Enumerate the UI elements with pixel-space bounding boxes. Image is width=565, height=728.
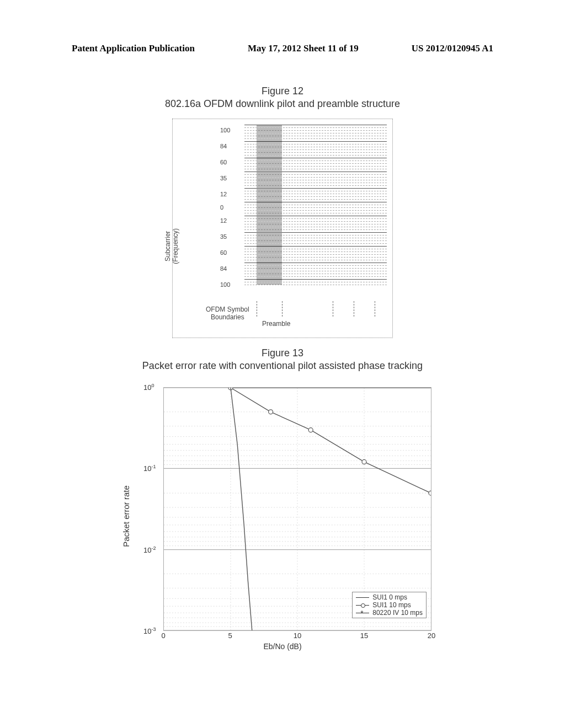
x-tick: 0 [161,631,165,640]
subcarrier-tick: 60 [220,159,227,165]
symbol-boundaries-label: OFDM SymbolBoundaries [206,306,249,321]
figure-13-legend: SUI1 0 mps SUI1 10 mps 80220 IV 10 mps [352,592,427,618]
figure-13-subtitle: Packet error rate with conventional pilo… [0,360,565,372]
x-tick: 15 [360,631,368,640]
legend-item: SUI1 0 mps [356,593,423,601]
y-tick: 10-3 [143,627,156,635]
figure-12-chart: Subcarrier(Frequency) 100 84 60 35 12 0 … [172,119,393,338]
subcarrier-line [244,285,387,287]
page-header: Patent Application Publication May 17, 2… [72,43,493,54]
legend-item: 80220 IV 10 mps [356,609,423,617]
svg-point-35 [429,491,431,495]
figure-13-plot-area: SUI1 0 mps SUI1 10 mps 80220 IV 10 mps [163,387,431,631]
legend-star-icon [356,611,369,615]
svg-point-34 [362,459,366,464]
legend-item: SUI1 10 mps [356,601,423,609]
figure-13-x-axis-label: Eb/No (dB) [128,642,437,651]
subcarrier-tick: 0 [220,204,223,211]
figure-12-subtitle: 802.16a OFDM downlink pilot and preamble… [0,98,565,110]
preamble-label: Preamble [262,320,290,328]
symbol-boundary-tick [375,301,375,317]
svg-point-32 [269,410,273,414]
figure-13-y-axis-label: Packet error rate [121,485,131,547]
figure-13-heading: Figure 13 Packet error rate with convent… [0,347,565,372]
symbol-boundary-tick [257,301,257,317]
figure-12-title: Figure 12 [0,85,565,97]
figure-12-heading: Figure 12 802.16a OFDM downlink pilot an… [0,85,565,110]
header-center: May 17, 2012 Sheet 11 of 19 [248,43,359,54]
figure-13-chart: Packet error rate [128,382,437,651]
legend-line-icon [356,595,369,600]
header-right: US 2012/0120945 A1 [412,43,493,54]
subcarrier-tick: 35 [220,233,227,240]
symbol-boundary-tick [333,301,333,317]
subcarrier-tick: 12 [220,217,227,224]
x-tick: 10 [294,631,301,640]
subcarrier-tick: 60 [220,249,227,256]
y-tick: 10-2 [143,545,156,554]
y-tick: 10-1 [143,464,156,473]
subcarrier-tick: 35 [220,175,227,181]
legend-circle-icon [356,603,369,608]
symbol-boundary-tick [354,301,354,317]
subcarrier-tick: 100 [220,281,230,288]
figure-12-plot-area [244,125,387,304]
subcarrier-tick: 84 [220,265,227,272]
figure-12-y-axis-label: Subcarrier(Frequency) [164,228,179,264]
subcarrier-tick: 100 [220,127,230,133]
series-sui1-10mps [231,388,431,493]
svg-point-33 [308,428,313,432]
subcarrier-tick: 84 [220,143,227,149]
header-left: Patent Application Publication [72,43,195,54]
symbol-boundary-tick [282,301,282,317]
y-tick: 100 [143,383,154,392]
x-tick: 20 [428,631,435,640]
figure-13-title: Figure 13 [0,347,565,359]
subcarrier-tick: 12 [220,191,227,197]
x-tick: 5 [228,631,232,640]
series-sui1-0mps [231,388,252,630]
